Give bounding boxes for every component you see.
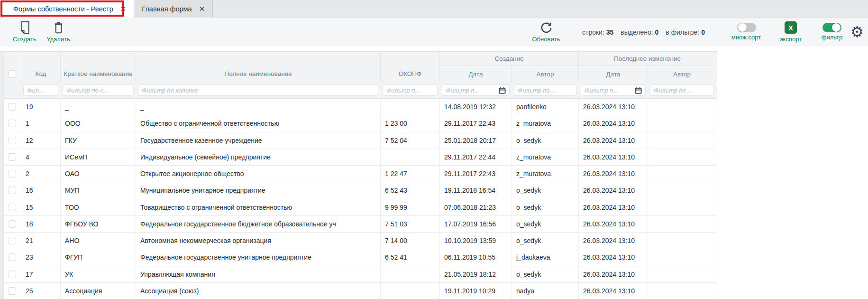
cell-code: 16	[21, 182, 61, 198]
filter-input-creation-author[interactable]	[518, 87, 573, 94]
column-header-creation-date[interactable]: Дата	[440, 66, 512, 82]
cell-short-name: ФГБОУ ВО	[61, 216, 136, 232]
refresh-button[interactable]: Обновить	[520, 21, 572, 43]
cell-code: 25	[21, 283, 61, 299]
filter-input-full-name[interactable]	[142, 87, 375, 94]
row-checkbox[interactable]	[9, 103, 16, 111]
tab-bar: Формы собственности - Реестр ✕ Главная ф…	[0, 0, 868, 18]
table-row[interactable]: 21 АНО Автономная некоммерческая организ…	[0, 233, 717, 249]
filter-input-change-author[interactable]	[654, 87, 710, 94]
column-header-okopf[interactable]: ОКОПФ	[381, 52, 440, 82]
cell-okopf	[381, 283, 440, 299]
table-row[interactable]: 15 ТОО Товарищество с ограниченной ответ…	[0, 199, 717, 216]
row-gutter	[0, 52, 4, 82]
cell-code: 19	[21, 99, 61, 115]
column-header-change-author[interactable]: Автор	[648, 66, 716, 82]
cell-change-author	[648, 132, 716, 149]
filter-input-short-name[interactable]	[66, 87, 130, 94]
table-row[interactable]: 2 ОАО Открытое акционерное общество 1 22…	[0, 166, 717, 182]
row-checkbox[interactable]	[9, 237, 16, 244]
close-tab-icon[interactable]: ✕	[199, 5, 205, 13]
close-tab-icon[interactable]: ✕	[120, 5, 127, 13]
column-header-code[interactable]: Код	[21, 52, 61, 82]
row-gutter	[0, 266, 4, 282]
row-checkbox-cell	[4, 249, 21, 265]
filter-input-creation-date[interactable]	[446, 87, 497, 94]
cell-creation-author: z_muratova	[512, 166, 579, 182]
cell-full-name: Общество с ограниченной ответственностью	[136, 115, 381, 131]
cell-creation-date: 29.11.2017 22:44	[440, 149, 512, 165]
calendar-icon[interactable]	[499, 87, 506, 94]
cell-short-name: ТОО	[61, 199, 136, 215]
toggle-on-icon[interactable]	[822, 23, 841, 32]
table-row[interactable]: 25 Ассоциация Ассоциация (союз) 19.11.20…	[0, 283, 717, 299]
delete-button[interactable]: Удалить	[32, 21, 84, 43]
cell-short-name: ИСемП	[61, 149, 136, 165]
filter-input-okopf[interactable]	[386, 87, 434, 94]
row-checkbox[interactable]	[9, 120, 16, 127]
row-checkbox-cell	[4, 182, 21, 198]
tab-forms-registry[interactable]: Формы собственности - Реестр ✕	[3, 0, 134, 18]
cell-code: 18	[21, 216, 61, 232]
cell-code: 15	[21, 199, 61, 215]
table-row[interactable]: 18 ФГБОУ ВО Федеральное государственное …	[0, 216, 717, 233]
refresh-label: Обновить	[532, 36, 560, 43]
row-checkbox[interactable]	[9, 137, 16, 144]
cell-short-name: УК	[61, 266, 136, 282]
row-gutter	[0, 166, 4, 182]
row-gutter	[0, 149, 4, 165]
row-checkbox[interactable]	[9, 287, 16, 295]
cell-change-date: 26.03.2024 13:10	[579, 132, 648, 149]
cell-change-date: 26.03.2024 13:10	[579, 199, 648, 215]
table-row[interactable]: 4 ИСемП Индивидуальное (семейное) предпр…	[0, 149, 717, 166]
cell-code: 4	[21, 149, 61, 165]
table-row[interactable]: 12 ГКУ Государственное казенное учрежден…	[0, 132, 717, 149]
settings-gear-icon[interactable]: ⚙	[850, 20, 864, 43]
cell-change-author	[648, 266, 716, 282]
row-checkbox[interactable]	[9, 271, 16, 278]
filter-input-change-date[interactable]	[585, 87, 633, 94]
row-gutter	[0, 249, 4, 265]
row-checkbox[interactable]	[9, 204, 16, 211]
cell-full-name: Муниципальное унитарное предприятие	[136, 182, 381, 198]
row-checkbox[interactable]	[9, 253, 16, 261]
cell-okopf: 7 51 03	[381, 216, 440, 232]
table-row[interactable]: 16 МУП Муниципальное унитарное предприят…	[0, 182, 717, 199]
cell-creation-date: 17.07.2019 16:56	[440, 216, 512, 232]
row-gutter	[0, 182, 4, 198]
tab-main-form[interactable]: Главная форма ✕	[134, 0, 213, 18]
row-checkbox[interactable]	[9, 170, 16, 178]
row-checkbox-cell	[4, 199, 21, 215]
cell-creation-date: 10.10.2019 13:59	[440, 233, 512, 249]
cell-creation-author: o_sedyk	[512, 199, 579, 215]
new-document-icon	[19, 21, 30, 34]
column-header-change-date[interactable]: Дата	[579, 66, 648, 82]
table-header: Код Краткое наименование Полное наименов…	[0, 51, 717, 82]
row-checkbox[interactable]	[9, 153, 16, 161]
filtered-count: в фильтре: 0	[666, 28, 705, 36]
column-header-short-name[interactable]: Краткое наименование	[61, 52, 136, 82]
table-row[interactable]: 17 УК Управляющая компания 21.05.2019 18…	[0, 266, 717, 283]
cell-short-name: МУП	[61, 182, 136, 198]
cell-creation-date: 19.11.2018 16:54	[440, 182, 512, 198]
calendar-icon[interactable]	[635, 87, 642, 94]
cell-short-name: Ассоциация	[61, 283, 136, 299]
row-checkbox[interactable]	[9, 220, 16, 228]
table-row[interactable]: 19 _ _ 14.08.2019 12:32 panfilenko 26.03…	[0, 99, 717, 115]
cell-change-author	[648, 249, 716, 265]
cell-okopf: 6 52 41	[381, 249, 440, 265]
filter-input-code[interactable]	[27, 87, 55, 94]
cell-okopf: 7 14 00	[381, 233, 440, 249]
cell-full-name: Федеральное государственное бюджетное об…	[136, 216, 381, 232]
rows-count: строки: 35	[582, 28, 613, 36]
column-header-full-name[interactable]: Полное наименование	[136, 52, 381, 82]
filter-row	[0, 82, 717, 99]
cell-short-name: ФГУП	[61, 249, 136, 265]
select-all-checkbox[interactable]	[9, 70, 16, 78]
row-gutter	[0, 99, 4, 115]
column-header-creation-author[interactable]: Автор	[512, 66, 579, 82]
row-checkbox[interactable]	[9, 187, 16, 194]
toggle-off-icon[interactable]	[737, 23, 756, 32]
table-row[interactable]: 1 ООО Общество с ограниченной ответствен…	[0, 115, 717, 132]
table-row[interactable]: 23 ФГУП Федеральное государственное унит…	[0, 249, 717, 266]
